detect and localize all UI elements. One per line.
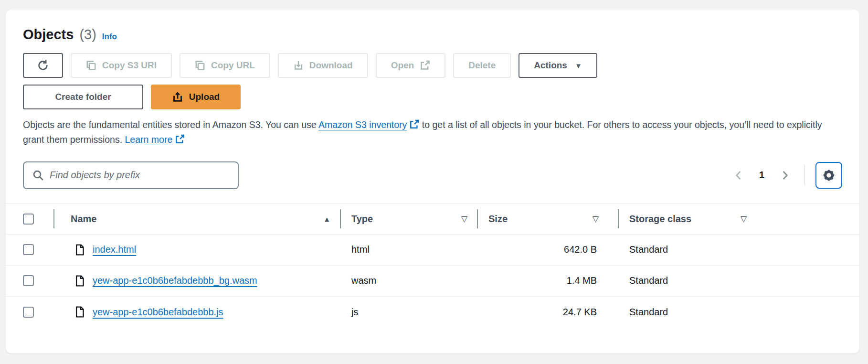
pagination: 1 (728, 162, 842, 189)
column-label-type: Type (351, 214, 373, 225)
preferences-button[interactable] (815, 162, 842, 189)
description-text-1: Objects are the fundamental entities sto… (23, 119, 318, 130)
object-link[interactable]: index.html (93, 244, 136, 255)
next-page-button[interactable] (774, 166, 796, 184)
chevron-left-icon (732, 169, 745, 182)
create-folder-label: Create folder (55, 92, 111, 102)
copy-icon (86, 60, 96, 71)
external-link-icon (175, 134, 185, 148)
pagination-divider (804, 165, 805, 185)
cell-type: js (340, 307, 477, 318)
cell-type: html (340, 244, 477, 255)
actions-menu-button[interactable]: Actions ▼ (519, 53, 597, 78)
external-link-icon (409, 119, 419, 133)
chevron-right-icon (779, 169, 791, 182)
file-icon (74, 306, 85, 318)
cell-size: 642.0 B (477, 244, 618, 255)
cell-type: wasm (340, 275, 477, 286)
s3-inventory-link[interactable]: Amazon S3 inventory (318, 119, 407, 130)
copy-s3-uri-button[interactable]: Copy S3 URI (71, 53, 172, 78)
toolbar-row-1: Copy S3 URI Copy URL (23, 53, 842, 78)
file-icon (74, 275, 85, 287)
sort-icon: ▽ (593, 214, 599, 224)
panel-header: Objects (3) Info (23, 27, 842, 43)
cell-size: 24.7 KB (477, 307, 618, 318)
upload-label: Upload (189, 92, 220, 102)
copy-icon (195, 60, 205, 71)
table-row: yew-app-e1c0b6befabdebbb.js js 24.7 KB S… (6, 297, 859, 328)
open-label: Open (391, 60, 414, 71)
open-button[interactable]: Open (376, 53, 446, 78)
table-row: index.html html 642.0 B Standard (6, 235, 859, 266)
page-number[interactable]: 1 (753, 170, 770, 181)
object-link[interactable]: yew-app-e1c0b6befabdebbb_bg.wasm (93, 275, 257, 286)
external-link-icon (420, 60, 430, 71)
sort-ascending-icon: ▲ (323, 215, 330, 223)
cell-size: 1.4 MB (477, 275, 618, 286)
gear-icon (822, 168, 836, 182)
search-icon (32, 170, 44, 181)
row-checkbox[interactable] (23, 307, 34, 318)
column-label-size: Size (488, 214, 508, 225)
object-link[interactable]: yew-app-e1c0b6befabdebbb.js (93, 307, 223, 318)
create-folder-button[interactable]: Create folder (23, 85, 143, 109)
row-checkbox[interactable] (23, 244, 34, 255)
select-all-checkbox[interactable] (23, 214, 34, 225)
delete-button[interactable]: Delete (453, 53, 511, 78)
sort-icon: ▽ (461, 214, 467, 224)
refresh-button[interactable] (23, 53, 63, 78)
filter-row: 1 (23, 161, 842, 189)
search-box (23, 161, 239, 189)
info-link[interactable]: Info (102, 32, 117, 42)
cell-storage-class: Standard (618, 244, 756, 255)
download-icon (293, 60, 304, 71)
actions-label: Actions (534, 60, 567, 71)
column-label-storage-class: Storage class (629, 214, 691, 225)
caret-down-icon: ▼ (575, 62, 582, 70)
refresh-icon (37, 60, 49, 71)
row-checkbox[interactable] (23, 275, 34, 286)
objects-description: Objects are the fundamental entities sto… (23, 118, 842, 148)
column-header-name[interactable]: Name ▲ (53, 210, 340, 227)
copy-url-button[interactable]: Copy URL (180, 53, 270, 78)
table-header-row: Name ▲ Type ▽ Size ▽ Storage class ▽ (6, 204, 859, 235)
toolbar-row-2: Create folder Upload (23, 85, 842, 109)
column-header-size[interactable]: Size ▽ (477, 210, 618, 227)
upload-icon (172, 91, 183, 103)
download-label: Download (309, 60, 353, 71)
column-header-storage-class[interactable]: Storage class ▽ (618, 210, 756, 227)
sort-icon: ▽ (741, 214, 747, 224)
copy-url-label: Copy URL (211, 60, 255, 71)
column-label-name: Name (71, 214, 96, 225)
previous-page-button[interactable] (728, 166, 750, 184)
page-title: Objects (23, 27, 74, 43)
learn-more-link[interactable]: Learn more (125, 134, 173, 145)
objects-panel: Objects (3) Info (6, 10, 859, 353)
table-row: yew-app-e1c0b6befabdebbb_bg.wasm wasm 1.… (6, 266, 859, 297)
upload-button[interactable]: Upload (151, 85, 241, 109)
column-header-type[interactable]: Type ▽ (340, 210, 477, 227)
cell-storage-class: Standard (618, 275, 756, 286)
file-icon (74, 244, 85, 256)
copy-s3-uri-label: Copy S3 URI (102, 60, 157, 71)
search-input[interactable] (50, 170, 229, 181)
objects-table: Name ▲ Type ▽ Size ▽ Storage class ▽ (6, 203, 859, 328)
download-button[interactable]: Download (278, 53, 368, 78)
cell-storage-class: Standard (618, 307, 756, 318)
delete-label: Delete (468, 60, 496, 71)
object-count: (3) (79, 27, 96, 43)
